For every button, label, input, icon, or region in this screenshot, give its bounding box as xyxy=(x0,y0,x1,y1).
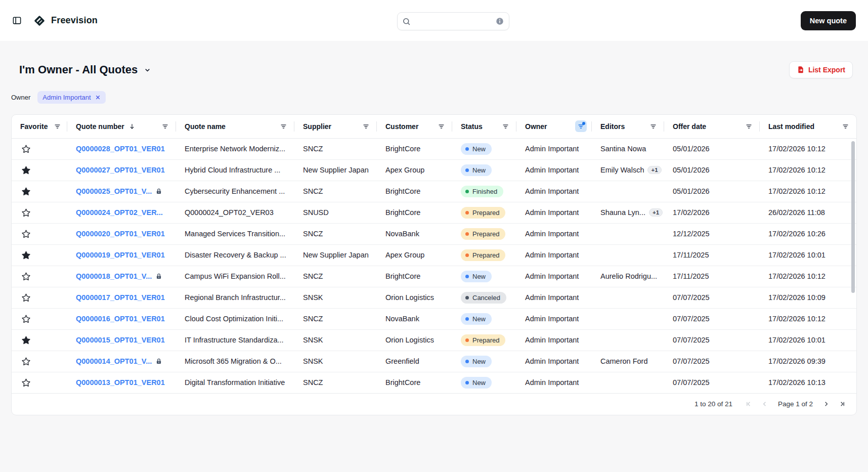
table-row[interactable]: Q0000017_OPT01_VER01 Regional Branch Inf… xyxy=(12,287,856,308)
global-search[interactable] xyxy=(397,12,509,30)
quote-number-cell: Q0000017_OPT01_VER01 xyxy=(67,287,176,308)
quote-number-cell: Q0000024_OPT02_VER... xyxy=(67,202,176,223)
quote-number-link[interactable]: Q0000017_OPT01_VER01 xyxy=(76,293,165,302)
column-filter-button-offer_date[interactable] xyxy=(743,120,755,132)
last-page-button[interactable] xyxy=(836,398,848,410)
favorite-star-button[interactable] xyxy=(20,249,32,261)
filter-chip-admin-important[interactable]: Admin Important xyxy=(37,91,105,104)
favorite-star-button[interactable] xyxy=(20,356,32,367)
favorite-star-button[interactable] xyxy=(20,143,32,155)
quote-name-cell: Digital Transformation Initiative xyxy=(176,372,294,393)
search-input[interactable] xyxy=(411,18,495,25)
star-icon xyxy=(21,208,31,218)
table-row[interactable]: Q0000013_OPT01_VER01 Digital Transformat… xyxy=(12,372,856,393)
quote-name-cell: Cloud Cost Optimization Initi... xyxy=(176,308,294,329)
status-badge: Prepared xyxy=(461,249,505,261)
column-header-last_modified[interactable]: Last modified xyxy=(760,115,856,138)
new-quote-button[interactable]: New quote xyxy=(801,11,856,30)
star-filled-icon xyxy=(21,165,31,175)
info-icon[interactable] xyxy=(495,17,504,26)
column-filter-button-quote_name[interactable] xyxy=(278,120,289,132)
column-label: Offer date xyxy=(673,122,706,131)
column-header-quote_name[interactable]: Quote name xyxy=(176,115,294,138)
favorite-star-button[interactable] xyxy=(20,271,32,282)
column-filter-button-quote_number[interactable] xyxy=(159,120,171,132)
quote-number-link[interactable]: Q0000024_OPT02_VER... xyxy=(76,208,163,217)
quote-number-link[interactable]: Q0000016_OPT01_VER01 xyxy=(76,315,165,323)
quote-number-link[interactable]: Q0000025_OPT01_V... xyxy=(76,187,152,195)
favorite-star-button[interactable] xyxy=(20,313,32,325)
favorite-star-button[interactable] xyxy=(20,186,32,197)
column-filter-button-customer[interactable] xyxy=(436,120,447,132)
favorite-star-button[interactable] xyxy=(20,228,32,240)
status-dot-icon xyxy=(465,190,469,193)
column-header-owner[interactable]: Owner xyxy=(516,115,592,138)
sidebar-toggle-button[interactable] xyxy=(12,16,22,25)
column-header-customer[interactable]: Customer xyxy=(377,115,452,138)
quote-number-cell: Q0000028_OPT01_VER01 xyxy=(67,138,176,159)
table-row[interactable]: Q0000028_OPT01_VER01 Enterprise Network … xyxy=(12,138,856,159)
status-label: Prepared xyxy=(472,230,499,238)
table-row[interactable]: Q0000027_OPT01_VER01 Hybrid Cloud Infras… xyxy=(12,159,856,181)
quote-number-link[interactable]: Q0000028_OPT01_VER01 xyxy=(76,145,165,153)
status-badge: Prepared xyxy=(461,334,505,346)
column-header-status[interactable]: Status xyxy=(452,115,516,138)
table-row[interactable]: Q0000015_OPT01_VER01 IT Infrastructure S… xyxy=(12,329,856,351)
column-filter-button-owner[interactable] xyxy=(575,120,587,132)
supplier-cell: SNCZ xyxy=(294,372,377,393)
quote-number-link[interactable]: Q0000018_OPT01_V... xyxy=(76,272,152,280)
favorite-star-button[interactable] xyxy=(20,164,32,176)
table-row[interactable]: Q0000014_OPT01_V... Microsoft 365 Migrat… xyxy=(12,351,856,372)
column-filter-button-status[interactable] xyxy=(500,120,511,132)
last-modified-cell: 17/02/2026 10:12 xyxy=(760,266,856,287)
column-filter-button-last_modified[interactable] xyxy=(840,120,851,132)
table-row[interactable]: Q0000018_OPT01_V... Campus WiFi Expansio… xyxy=(12,266,856,287)
table-scrollbar[interactable] xyxy=(851,141,855,293)
offer-date-cell: 17/11/2025 xyxy=(664,244,760,266)
favorite-star-button[interactable] xyxy=(20,292,32,304)
owner-cell: Admin Important xyxy=(516,329,592,351)
favorite-star-button[interactable] xyxy=(20,334,32,346)
editors-more-badge[interactable]: +1 xyxy=(649,208,663,217)
table-row[interactable]: Q0000019_OPT01_VER01 Disaster Recovery &… xyxy=(12,244,856,266)
column-header-quote_number[interactable]: Quote number xyxy=(67,115,176,138)
editors-more-badge[interactable]: +1 xyxy=(647,166,661,174)
last-modified-cell: 26/02/2026 11:08 xyxy=(760,202,856,223)
column-filter-button-favorite[interactable] xyxy=(52,120,63,132)
column-header-editors[interactable]: Editors xyxy=(592,115,664,138)
view-selector[interactable]: I'm Owner - All Quotes xyxy=(19,63,151,76)
favorite-star-button[interactable] xyxy=(20,377,32,389)
table-row[interactable]: Q0000025_OPT01_V... Cybersecurity Enhanc… xyxy=(12,181,856,202)
previous-page-button[interactable] xyxy=(758,398,771,410)
next-page-button[interactable] xyxy=(820,398,833,410)
app-logo[interactable]: Freevision xyxy=(33,14,98,27)
quote-number-link[interactable]: Q0000014_OPT01_V... xyxy=(76,357,152,365)
column-header-supplier[interactable]: Supplier xyxy=(294,115,377,138)
list-export-button[interactable]: List Export xyxy=(789,61,853,78)
quote-number-link[interactable]: Q0000019_OPT01_VER01 xyxy=(76,251,165,259)
quote-number-link[interactable]: Q0000015_OPT01_VER01 xyxy=(76,336,165,344)
table-row[interactable]: Q0000020_OPT01_VER01 Managed Services Tr… xyxy=(12,223,856,244)
quote-number-link[interactable]: Q0000020_OPT01_VER01 xyxy=(76,230,165,238)
offer-date-cell: 07/07/2025 xyxy=(664,329,760,351)
chip-close-icon[interactable] xyxy=(95,95,101,100)
quote-number-link[interactable]: Q0000027_OPT01_VER01 xyxy=(76,166,165,174)
column-header-favorite[interactable]: Favorite xyxy=(12,115,67,138)
sort-desc-icon[interactable] xyxy=(128,123,136,130)
status-label: New xyxy=(472,315,486,323)
supplier-cell: SNCZ xyxy=(294,138,377,159)
quote-number-link[interactable]: Q0000013_OPT01_VER01 xyxy=(76,378,165,387)
customer-cell: Apex Group xyxy=(377,244,452,266)
filter-icon xyxy=(438,122,445,130)
column-filter-button-editors[interactable] xyxy=(647,120,659,132)
column-header-offer_date[interactable]: Offer date xyxy=(664,115,760,138)
offer-date-cell: 12/12/2025 xyxy=(664,223,760,244)
first-page-button[interactable] xyxy=(743,398,755,410)
favorite-cell xyxy=(12,138,67,159)
favorite-star-button[interactable] xyxy=(20,207,32,219)
supplier-cell: New Supplier Japan xyxy=(294,159,377,181)
table-row[interactable]: Q0000024_OPT02_VER... Q0000024_OPT02_VER… xyxy=(12,202,856,223)
supplier-cell: SNCZ xyxy=(294,223,377,244)
table-row[interactable]: Q0000016_OPT01_VER01 Cloud Cost Optimiza… xyxy=(12,308,856,329)
column-filter-button-supplier[interactable] xyxy=(360,120,372,132)
